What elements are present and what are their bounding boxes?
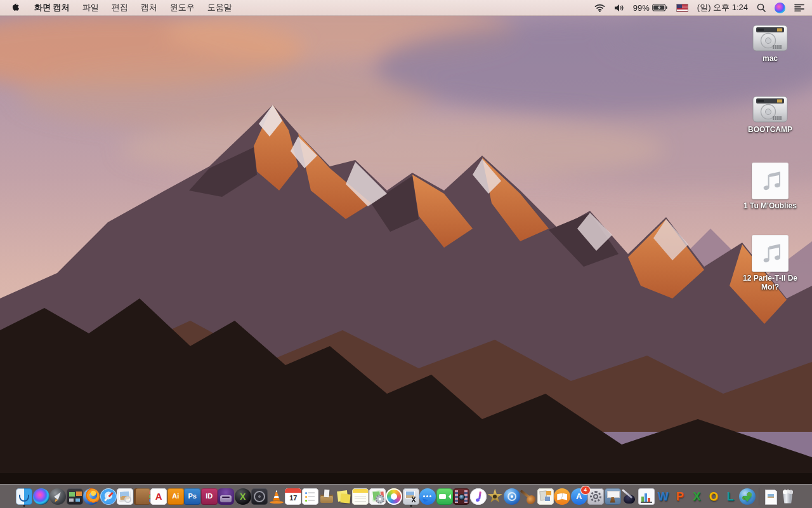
dock-icon-numbers[interactable] <box>638 485 655 507</box>
archive-box-icon <box>318 488 335 505</box>
dock-icon-dvd-ripper[interactable] <box>504 485 521 507</box>
menu-bar: 화면 캡처 파일 편집 캡처 윈도우 도움말 <box>0 0 812 16</box>
app-store-badge: 4 <box>580 486 591 495</box>
dock-icon-launchpad[interactable] <box>49 485 67 507</box>
dock-divider <box>759 488 759 505</box>
dock-icon-powerpoint[interactable]: P <box>672 485 689 507</box>
word-glyph: W <box>658 491 669 502</box>
notification-center-toggle[interactable] <box>794 4 804 11</box>
messages-icon <box>419 488 436 505</box>
indesign-icon: ID <box>201 488 218 505</box>
acrobat-icon: A <box>150 488 167 505</box>
desktop-icon-music-file-2[interactable]: 12 Parle-T-Il De Moi? <box>740 235 801 292</box>
dock-icon-notes[interactable] <box>352 485 369 507</box>
vlc-icon <box>268 488 285 505</box>
dock-icon-acrobat[interactable]: A <box>150 485 167 507</box>
dock: AAiPsIDX17A4WPXOL <box>0 484 812 508</box>
dock-icon-trash-full[interactable] <box>780 485 797 507</box>
active-app-menu[interactable]: 화면 캡처 <box>28 2 76 13</box>
illustrator-glyph: Ai <box>172 493 179 500</box>
dock-icon-preview[interactable] <box>117 485 134 507</box>
dock-icon-photo-booth[interactable] <box>453 485 470 507</box>
dock-icon-garageband[interactable] <box>520 485 537 507</box>
dock-icon-stickies[interactable] <box>336 485 353 507</box>
dock-icon-keynote[interactable] <box>605 485 622 507</box>
dock-icon-contacts[interactable] <box>134 485 151 507</box>
dock-icon-pages[interactable] <box>621 485 638 507</box>
dock-icon-outlook[interactable]: O <box>705 485 723 507</box>
menu-bar-clock[interactable]: (일) 오후 1:24 <box>697 2 748 13</box>
menu-edit[interactable]: 편집 <box>105 2 134 13</box>
dock-icon-app-store[interactable]: A4 <box>571 485 588 507</box>
dock-icon-video-converter[interactable]: X <box>235 485 252 507</box>
dock-icon-imovie[interactable] <box>487 485 504 507</box>
wifi-menu-extra[interactable] <box>594 4 605 12</box>
battery-menu-extra[interactable]: 99% <box>633 3 667 13</box>
finder-running-indicator <box>23 505 25 507</box>
dock-icon-mission-control[interactable] <box>67 485 84 507</box>
dock-icon-illustrator[interactable]: Ai <box>167 485 185 507</box>
menu-window[interactable]: 윈도우 <box>164 2 201 13</box>
spotlight-menu-extra[interactable] <box>757 3 766 12</box>
excel-icon: X <box>688 488 705 505</box>
hard-drive-icon <box>752 24 788 52</box>
menu-capture[interactable]: 캡처 <box>134 2 164 13</box>
dock-icon-itunes[interactable] <box>470 485 487 507</box>
dock-icon-photos[interactable] <box>386 485 403 507</box>
volume-menu-extra[interactable] <box>614 4 624 12</box>
dock-icon-ibooks[interactable] <box>554 485 571 507</box>
hard-drive-icon <box>752 95 788 123</box>
firefox-icon <box>83 488 100 505</box>
desktop-icon-bootcamp-drive[interactable]: BOOTCAMP <box>740 95 801 134</box>
music-note-icon <box>752 163 789 199</box>
dock-icon-siri[interactable] <box>33 485 50 507</box>
outlook-icon: O <box>705 488 722 505</box>
lync-icon: L <box>722 488 738 505</box>
illustrator-icon: Ai <box>167 488 184 505</box>
dock-icon-calendar[interactable]: 17 <box>285 485 302 507</box>
dock-icon-excel[interactable]: X <box>688 485 705 507</box>
dock-icon-toast[interactable] <box>218 485 235 507</box>
dock-icon-doc-manager[interactable] <box>369 485 386 507</box>
dock-icon-finder[interactable] <box>16 485 33 507</box>
dock-icon-facetime[interactable] <box>436 485 454 507</box>
dock-icon-document-file[interactable] <box>763 485 780 507</box>
itunes-icon <box>470 488 487 505</box>
globe-download-icon <box>739 488 756 505</box>
reminders-icon <box>302 488 318 505</box>
apple-menu[interactable] <box>0 0 28 15</box>
ibooks-icon <box>554 488 570 505</box>
siri-menu-icon[interactable] <box>775 3 785 13</box>
dock-icon-reminders[interactable] <box>302 485 319 507</box>
wifi-icon <box>594 4 605 12</box>
dock-icon-archive-box[interactable] <box>318 485 336 507</box>
contacts-icon <box>134 488 150 505</box>
menu-file[interactable]: 파일 <box>76 2 105 13</box>
desktop-icon-music-file-1[interactable]: 1 Tu M'Oublies <box>740 163 801 210</box>
dock-icon-scrapbook[interactable] <box>537 485 554 507</box>
dock-icon-messages[interactable] <box>419 485 436 507</box>
dock-icon-indesign[interactable]: ID <box>201 485 218 507</box>
dock-icon-firefox[interactable] <box>83 485 100 507</box>
dock-icon-word[interactable]: W <box>655 485 672 507</box>
video-converter-glyph: X <box>240 492 246 501</box>
desktop-icon-mac-drive[interactable]: mac <box>740 24 801 63</box>
launchpad-icon <box>49 488 66 505</box>
garageband-icon <box>520 488 537 505</box>
dock-icon-disc-reel[interactable] <box>251 485 268 507</box>
dock-icon-vlc[interactable] <box>268 485 285 507</box>
dock-icon-globe-download[interactable] <box>739 485 756 507</box>
dvd-ripper-icon <box>504 488 520 505</box>
menu-help[interactable]: 도움말 <box>201 2 239 13</box>
dock-icon-safari[interactable] <box>100 485 117 507</box>
toast-icon <box>218 488 234 505</box>
stickies-icon <box>336 488 352 505</box>
dock-icon-grab[interactable] <box>403 485 420 507</box>
finder-icon <box>16 488 32 505</box>
dock-icon-lync[interactable]: L <box>722 485 739 507</box>
input-source-us-flag-icon[interactable] <box>676 4 688 12</box>
preview-icon <box>117 488 133 505</box>
dock-icon-photoshop[interactable]: Ps <box>184 485 201 507</box>
calendar-icon: 17 <box>285 488 301 505</box>
photoshop-glyph: Ps <box>188 493 197 500</box>
